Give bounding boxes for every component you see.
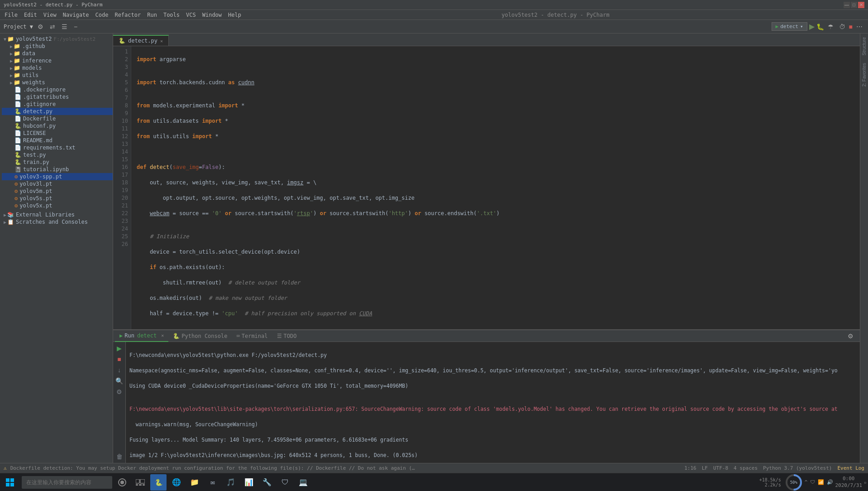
python-console-tab[interactable]: 🐍 Python Console — [168, 330, 232, 342]
tree-tutorial[interactable]: 📓 tutorial.ipynb — [2, 166, 113, 173]
favorites-panel-button[interactable]: 2: Favorites — [862, 63, 867, 87]
tab-detect-py[interactable]: 🐍 detect.py ✕ — [113, 35, 169, 46]
tree-detect-py[interactable]: 🐍 detect.py — [2, 108, 113, 115]
taskbar-app-7[interactable]: 🛡 — [277, 474, 293, 491]
menu-file[interactable]: File — [2, 11, 20, 19]
tree-yolov3-spp[interactable]: ⚙ yolov3-spp.pt — [2, 173, 113, 180]
run-config-dropdown[interactable]: ▾ — [800, 24, 803, 29]
tree-utils[interactable]: ▶ 📁 utils — [2, 72, 113, 79]
cortana-button[interactable] — [114, 474, 130, 491]
run-button[interactable]: ▶ — [809, 22, 815, 31]
tab-close[interactable]: ✕ — [160, 39, 163, 43]
line-ending[interactable]: LF — [702, 465, 708, 471]
tree-dockerignore[interactable]: 📄 .dockerignore — [2, 86, 113, 93]
gear-icon[interactable]: ☰ — [60, 22, 69, 31]
minus-icon[interactable]: − — [72, 22, 79, 31]
start-button[interactable] — [2, 474, 18, 491]
bottom-settings-button[interactable]: ⚙ — [846, 332, 855, 341]
tray-wifi[interactable]: 📶 — [818, 479, 824, 485]
tree-readme[interactable]: 📄 README.md — [2, 137, 113, 144]
clock[interactable]: 0:00 2020/7/31 — [835, 476, 862, 489]
arrow-icon[interactable]: ⇄ — [48, 22, 57, 31]
run-tab[interactable]: ▶ Run detect ✕ — [115, 330, 168, 342]
coverage-button[interactable]: ☂ — [826, 22, 835, 31]
tree-gitattributes[interactable]: 📄 .gitattributes — [2, 93, 113, 101]
tree-root[interactable]: ▼ 📁 yolov5test2 F:/yolov5test2 — [2, 35, 113, 43]
structure-panel-button[interactable]: Structure — [862, 37, 867, 56]
profile-button[interactable]: ⏱ — [837, 22, 847, 31]
window-controls[interactable]: — □ ✕ — [844, 2, 864, 8]
project-label[interactable]: Project ▼ — [4, 24, 33, 30]
settings-icon[interactable]: ⚙ — [36, 22, 45, 31]
tray-icon-1[interactable]: ^ — [805, 479, 808, 485]
tree-data[interactable]: ▶ 📁 data — [2, 50, 113, 57]
tree-weights[interactable]: ▶ 📁 weights — [2, 79, 113, 86]
tree-yolov5m[interactable]: ⚙ yolov5m.pt — [2, 188, 113, 195]
tree-models[interactable]: ▶ 📁 models — [2, 64, 113, 72]
taskbar-app-4[interactable]: 🎵 — [223, 474, 239, 491]
menu-view[interactable]: View — [41, 11, 59, 19]
todo-tab[interactable]: ☰ TODO — [272, 330, 301, 342]
tree-inference[interactable]: ▶ 📁 inference — [2, 57, 113, 64]
more-tools[interactable]: ⋯ — [854, 22, 864, 31]
menu-help[interactable]: Help — [225, 11, 244, 19]
tree-requirements[interactable]: 📄 requirements.txt — [2, 144, 113, 151]
tree-github[interactable]: ▶ 📁 .github — [2, 43, 113, 50]
python-version[interactable]: Python 3.7 (yolov5test) — [763, 465, 832, 471]
menu-run[interactable]: Run — [144, 11, 160, 19]
tray-shield[interactable]: 🛡 — [810, 479, 815, 485]
run-scroll-btn[interactable]: ↓ — [117, 366, 122, 375]
taskbar-search[interactable] — [22, 476, 112, 489]
tree-yolov3l[interactable]: ⚙ yolov3l.pt — [2, 180, 113, 188]
event-log-label[interactable]: Event Log — [837, 465, 864, 471]
run-filter-btn[interactable]: 🔍 — [114, 376, 124, 385]
status-message[interactable]: Dockerfile detection: You may setup Dock… — [10, 465, 418, 471]
menu-tools[interactable]: Tools — [161, 11, 182, 19]
taskbar-app-5[interactable]: 📊 — [241, 474, 257, 491]
tree-yolov5x[interactable]: ⚙ yolov5x.pt — [2, 202, 113, 209]
menu-navigate[interactable]: Navigate — [60, 11, 92, 19]
debug-button[interactable]: 🐛 — [816, 23, 824, 30]
taskbar-app-3[interactable]: ✉ — [205, 474, 221, 491]
run-restart-button[interactable]: ▶ — [116, 344, 123, 353]
cursor-position[interactable]: 1:16 — [684, 465, 696, 471]
code-content[interactable]: import argparse import torch.backends.cu… — [131, 46, 863, 329]
pycharm-taskbar-button[interactable]: 🐍 — [150, 474, 167, 491]
tree-test-py[interactable]: 🐍 test.py — [2, 151, 113, 159]
tree-gitignore[interactable]: 📄 .gitignore — [2, 101, 113, 108]
terminal-tab[interactable]: ⌨ Terminal — [232, 330, 272, 342]
menu-code[interactable]: Code — [93, 11, 111, 19]
run-stop-btn[interactable]: ■ — [116, 355, 122, 364]
tree-yolov5s[interactable]: ⚙ yolov5s.pt — [2, 195, 113, 202]
run-settings-btn[interactable]: ⚙ — [115, 387, 123, 396]
menu-vcs[interactable]: VCS — [183, 11, 199, 19]
tree-train-py[interactable]: 🐍 train.py — [2, 159, 113, 166]
taskbar-app-8[interactable]: 💻 — [295, 474, 311, 491]
stop-button[interactable]: ■ — [849, 23, 853, 30]
indent-info[interactable]: 4 spaces — [734, 465, 758, 471]
taskbar-app-2[interactable]: 📁 — [186, 474, 203, 491]
tree-external-libraries[interactable]: ▶ 📚 External Libraries — [2, 211, 113, 218]
cpu-widget[interactable]: 50% — [785, 473, 803, 491]
menu-refactor[interactable]: Refactor — [112, 11, 143, 19]
maximize-button[interactable]: □ — [851, 2, 857, 8]
menu-window[interactable]: Window — [200, 11, 224, 19]
run-trash-btn[interactable]: 🗑 — [115, 452, 124, 461]
encoding[interactable]: UTF-8 — [713, 465, 728, 471]
taskbar-app-6[interactable]: 🔧 — [259, 474, 275, 491]
minimize-button[interactable]: — — [844, 2, 850, 8]
taskbar-app-1[interactable]: 🌐 — [168, 474, 185, 491]
tray-volume[interactable]: 🔊 — [827, 479, 833, 485]
task-view-button[interactable] — [132, 474, 148, 491]
tree-scratches[interactable]: ▶ 📋 Scratches and Consoles — [2, 218, 113, 226]
run-tab-close[interactable]: ✕ — [161, 333, 164, 338]
menu-edit[interactable]: Edit — [21, 11, 40, 19]
close-button[interactable]: ✕ — [858, 2, 864, 8]
tree-hubconf[interactable]: 🐍 hubconf.py — [2, 122, 113, 130]
show-desktop-button[interactable]: ▫ — [864, 479, 866, 486]
run-config-button[interactable]: ▶ detect ▾ — [772, 22, 807, 31]
tree-license[interactable]: 📄 LICENSE — [2, 130, 113, 137]
terminal-output[interactable]: F:\newconda\envs\yolov5test\python.exe F… — [126, 342, 868, 463]
tree-dockerfile[interactable]: 📄 Dockerfile — [2, 115, 113, 122]
clock-date: 2020/7/31 — [835, 482, 862, 489]
